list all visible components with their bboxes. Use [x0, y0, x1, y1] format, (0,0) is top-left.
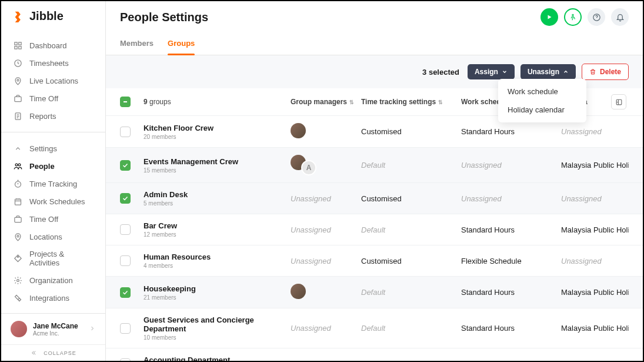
brand-logo[interactable]: Jibble	[1, 1, 105, 32]
selection-count: 3 selected	[422, 68, 459, 77]
row-checkbox[interactable]	[120, 127, 131, 137]
table-row[interactable]: Guest Services and Concierge Department1…	[106, 308, 643, 348]
manager-avatar[interactable]	[291, 123, 306, 138]
row-checkbox[interactable]	[120, 287, 131, 298]
nav-label: Projects & Activities	[29, 250, 94, 267]
assign-button[interactable]: Assign	[468, 64, 515, 79]
group-name-cell: Guest Services and Concierge Department1…	[144, 315, 291, 341]
user-action-button[interactable]	[564, 8, 582, 26]
notifications-button[interactable]	[611, 8, 629, 26]
svg-rect-0	[14, 42, 16, 44]
sidebar-item-time-tracking[interactable]: Time Tracking	[1, 175, 105, 192]
group-member-count: 12 members	[144, 231, 291, 238]
pin-icon	[13, 76, 22, 85]
table-row[interactable]: Accounting Department3 membersUnassigned…	[106, 348, 643, 361]
sidebar-item-settings-timeoff[interactable]: Time Off	[1, 210, 105, 228]
select-all-checkbox[interactable]	[120, 97, 131, 107]
tracking-cell: Customised	[361, 257, 461, 265]
clipboard-icon	[13, 111, 22, 121]
table-row[interactable]: Human Resources4 membersUnassignedCustom…	[106, 245, 643, 276]
sidebar-item-integrations[interactable]: Integrations	[1, 289, 105, 307]
sidebar-item-people[interactable]: People	[1, 157, 105, 175]
sidebar-item-work-schedules[interactable]: Work Schedules	[1, 192, 105, 210]
dropdown-item-holiday-calendar[interactable]: Holiday calendar	[498, 101, 586, 119]
schedule-cell: Standard Hours	[461, 225, 561, 234]
nav-label: Time Tracking	[29, 180, 77, 188]
unassigned-text: Unassigned	[291, 257, 331, 265]
tab-groups[interactable]: Groups	[168, 33, 195, 55]
unassign-label: Unassign	[528, 68, 559, 76]
manager-avatar[interactable]	[291, 284, 306, 299]
tab-members[interactable]: Members	[120, 33, 154, 55]
check-icon	[122, 195, 129, 202]
collapse-label: COLLAPSE	[44, 350, 76, 356]
row-checkbox[interactable]	[120, 224, 131, 235]
chevron-up-icon	[13, 144, 22, 153]
sidebar-item-dashboard[interactable]: Dashboard	[1, 36, 105, 54]
avatar	[11, 321, 27, 337]
table-row[interactable]: Admin Desk5 membersUnassignedCustomisedU…	[106, 182, 643, 214]
tracking-cell: Customised	[361, 127, 461, 136]
select-all-cell	[120, 97, 144, 107]
row-checkbox[interactable]	[120, 255, 131, 266]
calendar-icon	[13, 197, 22, 206]
row-checkbox[interactable]	[120, 193, 131, 204]
pin-icon	[13, 232, 22, 241]
manager-avatar-letter[interactable]: A	[301, 160, 316, 175]
running-icon	[569, 13, 577, 21]
collapse-icon	[30, 350, 36, 356]
managers-cell: Unassigned	[291, 257, 361, 265]
column-header-tracking[interactable]: Time tracking settings⇅	[361, 98, 461, 106]
unassigned-text: Unassigned	[291, 324, 331, 333]
delete-button[interactable]: Delete	[582, 64, 629, 80]
table-row[interactable]: Bar Crew12 membersUnassignedDefaultStand…	[106, 214, 643, 245]
user-menu[interactable]: Jane McCane Acme Inc.	[1, 314, 105, 344]
column-header-managers[interactable]: Group managers⇅	[291, 98, 361, 106]
column-settings-button[interactable]	[611, 94, 626, 109]
group-name-cell: Kitchen Floor Crew20 members	[144, 124, 291, 140]
collapse-button[interactable]: COLLAPSE	[1, 344, 105, 361]
group-name: Accounting Department	[144, 356, 291, 361]
svg-point-9	[18, 164, 21, 166]
row-checkbox[interactable]	[120, 358, 131, 361]
svg-point-15	[16, 279, 19, 281]
nav-label: Organization	[29, 276, 73, 285]
tracking-cell: Default	[361, 225, 461, 234]
unassigned-text: Unassigned	[291, 225, 331, 234]
dropdown-item-work-schedule[interactable]: Work schedule	[498, 82, 586, 101]
svg-rect-11	[15, 199, 21, 205]
managers-cell	[291, 284, 361, 301]
svg-point-16	[572, 14, 573, 15]
row-checkbox[interactable]	[120, 323, 131, 334]
svg-point-5	[16, 79, 18, 81]
group-name: Housekeeping	[144, 284, 291, 293]
page-title: People Settings	[120, 11, 208, 24]
nav-label: Settings	[29, 144, 57, 153]
calendar-cell: Malaysia Public Holidays Cal	[561, 161, 629, 170]
svg-point-14	[17, 256, 18, 257]
sidebar-item-settings-header[interactable]: Settings	[1, 140, 105, 157]
user-info: Jane McCane Acme Inc.	[33, 322, 83, 337]
managers-cell: Unassigned	[291, 194, 361, 203]
help-button[interactable]	[588, 8, 605, 26]
sidebar-item-settings-locations[interactable]: Locations	[1, 228, 105, 245]
check-icon	[122, 289, 129, 296]
sidebar-item-projects[interactable]: Projects & Activities	[1, 245, 105, 271]
unassign-button[interactable]: Unassign	[520, 64, 576, 79]
sidebar-item-timeoff[interactable]: Time Off	[1, 89, 105, 107]
trash-icon	[589, 68, 596, 75]
columns-icon	[615, 98, 623, 106]
svg-rect-3	[18, 46, 21, 48]
sidebar-item-timesheets[interactable]: Timesheets	[1, 54, 105, 72]
nav-label: Integrations	[29, 294, 69, 303]
table-row[interactable]: Events Management Crew15 membersADefault…	[106, 147, 643, 182]
sidebar-item-live-locations[interactable]: Live Locations	[1, 72, 105, 89]
nav-label: Locations	[29, 233, 62, 241]
sidebar-item-organization[interactable]: Organization	[1, 271, 105, 289]
play-button[interactable]	[540, 8, 558, 26]
checkbox-cell	[120, 323, 144, 334]
row-checkbox[interactable]	[120, 160, 131, 171]
column-header-name[interactable]: 9 groups	[144, 98, 291, 106]
sidebar-item-reports[interactable]: Reports	[1, 107, 105, 125]
table-row[interactable]: Housekeeping21 membersDefaultStandard Ho…	[106, 276, 643, 308]
